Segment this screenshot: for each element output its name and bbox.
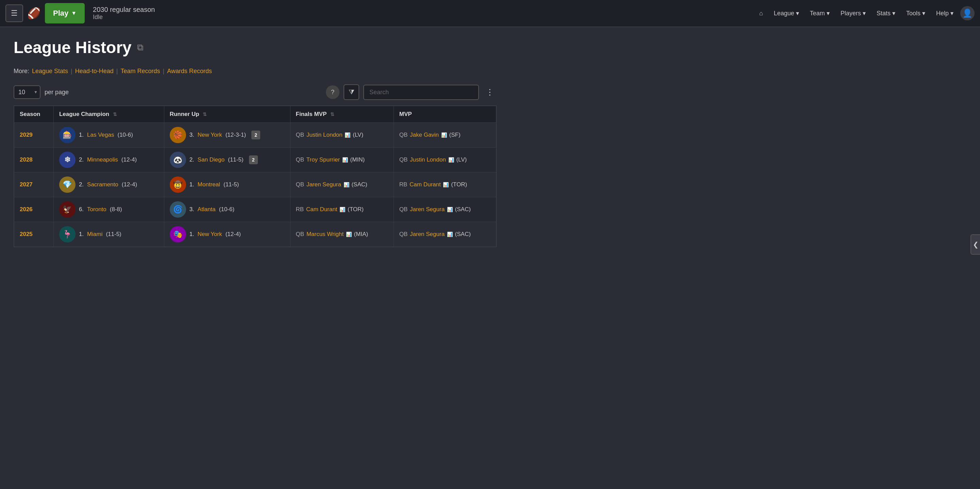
hamburger-button[interactable]: ☰ [5,5,23,22]
runner-seed: 2. [189,156,194,163]
runner-logo: 🎭 [170,226,186,243]
runner-name[interactable]: New York [197,132,222,138]
nav-team[interactable]: Team ▾ [806,7,834,20]
nav-help[interactable]: Help ▾ [932,7,958,20]
finals-mvp-stats-icon[interactable]: 📊 [345,132,350,138]
season-link[interactable]: 2028 [20,156,33,163]
finals-mvp-name[interactable]: Troy Spurrier [307,156,340,163]
runner-name[interactable]: New York [197,231,222,238]
champion-record: (12-4) [122,181,137,188]
football-icon: 🏈 [27,7,41,20]
finals-mvp-name[interactable]: Justin London [307,132,342,138]
runner-cell: 🏀 3. New York (12-3-1) 2 [170,127,285,143]
mvp-name[interactable]: Cam Durant [410,181,441,188]
controls-row: 10 25 50 100 per page ? ⧩ ⋮ [14,84,496,100]
user-icon: 👤 [963,8,972,18]
runner-name[interactable]: Montreal [197,181,220,188]
mvp-stats-icon[interactable]: 📊 [447,207,453,212]
mvp-stats-icon[interactable]: 📊 [443,182,449,187]
champion-seed: 2. [79,156,84,163]
mvp-stats-icon[interactable]: 📊 [447,232,453,237]
runner-cell: 🤠 1. Montreal (11-5) [170,176,285,193]
finals-mvp-team: (MIN) [350,156,365,163]
search-input[interactable] [363,85,479,100]
champion-logo: 🦩 [59,226,75,243]
runner-cell: 🐼 2. San Diego (11-5) 2 [170,152,285,168]
mvp-stats-icon[interactable]: 📊 [441,132,447,138]
champion-name[interactable]: Miami [87,231,102,238]
nav-stats[interactable]: Stats ▾ [872,7,899,20]
champion-record: (8-8) [110,206,122,213]
col-runner[interactable]: Runner Up ⇅ [164,106,290,123]
col-champion[interactable]: League Champion ⇅ [53,106,164,123]
mvp-name[interactable]: Jaren Segura [410,206,445,213]
mvp-name[interactable]: Jake Gavin [410,132,439,138]
season-link[interactable]: 2026 [20,206,33,213]
champion-cell: 🦩 1. Miami (11-5) [59,226,159,243]
champion-name[interactable]: Las Vegas [87,132,114,138]
runner-seed: 3. [189,132,194,138]
help-button[interactable]: ? [326,85,339,99]
season-link[interactable]: 2029 [20,132,33,138]
user-avatar[interactable]: 👤 [960,6,975,21]
mvp-name[interactable]: Justin London [410,156,446,163]
season-title: 2030 regular season [93,6,155,14]
page-header: League History ⧉ [14,38,496,57]
season-link[interactable]: 2027 [20,181,33,188]
runner-record: (10-6) [219,206,234,213]
mvp-stats-icon[interactable]: 📊 [448,157,454,162]
season-link[interactable]: 2025 [20,231,33,237]
finals-mvp-stats-icon[interactable]: 📊 [342,157,348,162]
mvp-team: (LV) [456,156,467,163]
col-season[interactable]: Season [14,106,53,123]
runner-logo: 🐼 [170,152,186,168]
more-links-row: More: League Stats | Head-to-Head | Team… [14,68,496,75]
runner-record: (12-4) [226,231,241,238]
nav-tools[interactable]: Tools ▾ [902,7,929,20]
table-row: 2027 💎 2. Sacramento (12-4) 🤠 1. Montrea… [14,172,496,197]
champion-name[interactable]: Sacramento [87,181,118,188]
champion-logo: ❄ [59,152,75,168]
col-finals-mvp[interactable]: Finals MVP ⇅ [290,106,394,123]
filter-button[interactable]: ⧩ [344,84,359,100]
play-label: Play [53,9,68,18]
champion-name[interactable]: Toronto [87,206,107,213]
champion-seed: 1. [79,132,84,138]
more-label: More: [14,68,29,75]
mvp-team: (SAC) [455,231,471,237]
external-link-icon[interactable]: ⧉ [137,42,143,53]
sidebar-toggle[interactable]: ❮ [970,234,980,255]
finals-mvp-stats-icon[interactable]: 📊 [346,232,352,237]
finals-mvp-name[interactable]: Marcus Wright [307,231,344,237]
champion-seed: 6. [79,206,84,213]
more-options-button[interactable]: ⋮ [483,86,496,98]
finals-mvp-team: (MIA) [354,231,368,237]
mvp-name[interactable]: Jaren Segura [410,231,445,237]
finals-mvp-stats-icon[interactable]: 📊 [344,182,349,187]
finals-mvp-team: (TOR) [348,206,364,213]
runner-record: (11-5) [228,156,243,163]
league-stats-link[interactable]: League Stats [32,68,68,75]
runner-cell: 🌀 3. Atlanta (10-6) [170,201,285,218]
play-button[interactable]: Play ▼ [45,3,85,24]
separator-3: | [163,68,165,75]
champion-logo: 🦅 [59,201,75,218]
team-records-link[interactable]: Team Records [121,68,160,75]
champion-seed: 1. [79,231,84,238]
finals-mvp-name[interactable]: Jaren Segura [307,181,341,188]
awards-records-link[interactable]: Awards Records [167,68,212,75]
nav-home[interactable]: ⌂ [755,7,767,20]
head-to-head-link[interactable]: Head-to-Head [75,68,114,75]
finals-mvp-name[interactable]: Cam Durant [306,206,337,213]
runner-name[interactable]: Atlanta [197,206,216,213]
per-page-select[interactable]: 10 25 50 100 [14,85,40,99]
table-header-row: Season League Champion ⇅ Runner Up ⇅ Fin… [14,106,496,123]
champion-record: (12-4) [121,156,137,163]
champion-name[interactable]: Minneapolis [87,156,118,163]
separator-2: | [116,68,118,75]
nav-players[interactable]: Players ▾ [837,7,870,20]
runner-name[interactable]: San Diego [197,156,224,163]
nav-league[interactable]: League ▾ [770,7,803,20]
finals-mvp-stats-icon[interactable]: 📊 [339,207,345,212]
runner-record: (12-3-1) [226,132,246,138]
